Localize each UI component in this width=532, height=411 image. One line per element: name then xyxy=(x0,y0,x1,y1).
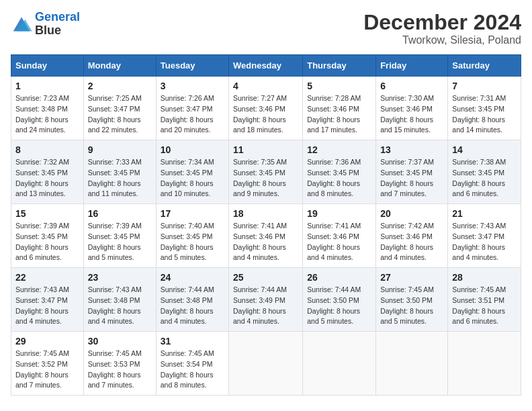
sunrise-text: Sunrise: 7:44 AM xyxy=(161,285,224,295)
day-number: 15 xyxy=(15,208,79,219)
daylight-text: Daylight: 8 hours and 4 minutes. xyxy=(15,306,79,328)
sunset-text: Sunset: 3:54 PM xyxy=(161,359,224,370)
day-detail: Sunrise: 7:23 AMSunset: 3:48 PMDaylight:… xyxy=(15,93,79,136)
calendar-subtitle: Tworkow, Silesia, Poland xyxy=(363,34,521,46)
calendar-cell: 26Sunrise: 7:44 AMSunset: 3:50 PMDayligh… xyxy=(303,268,376,332)
sunset-text: Sunset: 3:45 PM xyxy=(233,168,298,179)
day-detail: Sunrise: 7:39 AMSunset: 3:45 PMDaylight:… xyxy=(15,221,79,263)
sunset-text: Sunset: 3:45 PM xyxy=(452,168,517,179)
sunrise-text: Sunrise: 7:34 AM xyxy=(161,157,224,168)
day-detail: Sunrise: 7:44 AMSunset: 3:48 PMDaylight:… xyxy=(161,285,224,327)
calendar-cell: 25Sunrise: 7:44 AMSunset: 3:49 PMDayligh… xyxy=(229,268,303,332)
sunrise-text: Sunrise: 7:45 AM xyxy=(161,349,224,359)
day-detail: Sunrise: 7:30 AMSunset: 3:46 PMDaylight:… xyxy=(380,93,443,136)
column-header-wednesday: Wednesday xyxy=(229,55,303,77)
daylight-text: Daylight: 8 hours and 14 minutes. xyxy=(452,115,517,136)
daylight-text: Daylight: 8 hours and 7 minutes. xyxy=(15,370,79,392)
daylight-text: Daylight: 8 hours and 4 minutes. xyxy=(88,306,152,328)
logo-line1: General xyxy=(35,10,80,24)
sunset-text: Sunset: 3:46 PM xyxy=(233,232,298,242)
daylight-text: Daylight: 8 hours and 4 minutes. xyxy=(380,242,443,264)
sunrise-text: Sunrise: 7:42 AM xyxy=(380,221,443,232)
day-detail: Sunrise: 7:31 AMSunset: 3:45 PMDaylight:… xyxy=(452,93,517,136)
calendar-cell: 14Sunrise: 7:38 AMSunset: 3:45 PMDayligh… xyxy=(448,140,521,204)
calendar-cell xyxy=(448,332,521,396)
daylight-text: Daylight: 8 hours and 4 minutes. xyxy=(161,306,224,328)
daylight-text: Daylight: 8 hours and 5 minutes. xyxy=(88,242,152,264)
day-number: 10 xyxy=(161,144,224,155)
daylight-text: Daylight: 8 hours and 8 minutes. xyxy=(161,370,224,392)
day-number: 28 xyxy=(452,272,517,283)
page-header: General Blue December 2024 Tworkow, Sile… xyxy=(11,11,521,46)
sunrise-text: Sunrise: 7:43 AM xyxy=(15,285,79,295)
day-number: 27 xyxy=(380,272,443,283)
day-number: 9 xyxy=(88,144,152,155)
sunrise-text: Sunrise: 7:45 AM xyxy=(452,285,517,295)
day-number: 25 xyxy=(233,272,298,283)
title-block: December 2024 Tworkow, Silesia, Poland xyxy=(363,11,521,46)
day-detail: Sunrise: 7:41 AMSunset: 3:46 PMDaylight:… xyxy=(307,221,371,263)
day-number: 14 xyxy=(452,144,517,155)
day-detail: Sunrise: 7:43 AMSunset: 3:47 PMDaylight:… xyxy=(452,221,517,263)
daylight-text: Daylight: 8 hours and 5 minutes. xyxy=(307,306,371,328)
calendar-cell: 16Sunrise: 7:39 AMSunset: 3:45 PMDayligh… xyxy=(83,204,156,268)
day-detail: Sunrise: 7:45 AMSunset: 3:54 PMDaylight:… xyxy=(161,349,224,391)
calendar-cell: 15Sunrise: 7:39 AMSunset: 3:45 PMDayligh… xyxy=(11,204,84,268)
day-number: 1 xyxy=(15,81,79,91)
day-number: 3 xyxy=(161,81,224,91)
calendar-cell: 30Sunrise: 7:45 AMSunset: 3:53 PMDayligh… xyxy=(83,332,156,396)
day-detail: Sunrise: 7:28 AMSunset: 3:46 PMDaylight:… xyxy=(307,93,371,136)
day-detail: Sunrise: 7:32 AMSunset: 3:45 PMDaylight:… xyxy=(15,157,79,199)
daylight-text: Daylight: 8 hours and 13 minutes. xyxy=(15,179,79,200)
day-detail: Sunrise: 7:36 AMSunset: 3:45 PMDaylight:… xyxy=(307,157,371,199)
logo-icon xyxy=(11,15,32,34)
day-number: 20 xyxy=(380,208,443,219)
sunset-text: Sunset: 3:53 PM xyxy=(88,359,152,370)
calendar-cell: 18Sunrise: 7:41 AMSunset: 3:46 PMDayligh… xyxy=(229,204,303,268)
column-header-friday: Friday xyxy=(376,55,448,77)
calendar-cell: 11Sunrise: 7:35 AMSunset: 3:45 PMDayligh… xyxy=(229,140,303,204)
calendar-cell: 28Sunrise: 7:45 AMSunset: 3:51 PMDayligh… xyxy=(448,268,521,332)
sunrise-text: Sunrise: 7:37 AM xyxy=(380,157,443,168)
daylight-text: Daylight: 8 hours and 24 minutes. xyxy=(15,115,79,136)
sunrise-text: Sunrise: 7:35 AM xyxy=(233,157,298,168)
day-number: 24 xyxy=(161,272,224,283)
calendar-cell xyxy=(229,332,303,396)
sunset-text: Sunset: 3:45 PM xyxy=(88,168,152,179)
sunset-text: Sunset: 3:48 PM xyxy=(161,295,224,306)
sunrise-text: Sunrise: 7:33 AM xyxy=(88,157,152,168)
column-header-monday: Monday xyxy=(83,55,156,77)
day-number: 17 xyxy=(161,208,224,219)
day-number: 29 xyxy=(15,336,79,347)
day-detail: Sunrise: 7:33 AMSunset: 3:45 PMDaylight:… xyxy=(88,157,152,199)
daylight-text: Daylight: 8 hours and 6 minutes. xyxy=(452,306,517,328)
daylight-text: Daylight: 8 hours and 4 minutes. xyxy=(307,242,371,264)
day-detail: Sunrise: 7:27 AMSunset: 3:46 PMDaylight:… xyxy=(233,93,298,136)
logo-text: General Blue xyxy=(35,11,80,38)
day-number: 8 xyxy=(15,144,79,155)
sunrise-text: Sunrise: 7:45 AM xyxy=(15,349,79,359)
day-number: 13 xyxy=(380,144,443,155)
sunrise-text: Sunrise: 7:32 AM xyxy=(15,157,79,168)
sunset-text: Sunset: 3:48 PM xyxy=(88,295,152,306)
day-number: 21 xyxy=(452,208,517,219)
calendar-cell: 7Sunrise: 7:31 AMSunset: 3:45 PMDaylight… xyxy=(448,77,521,140)
sunset-text: Sunset: 3:47 PM xyxy=(161,104,224,115)
daylight-text: Daylight: 8 hours and 4 minutes. xyxy=(233,242,298,264)
daylight-text: Daylight: 8 hours and 5 minutes. xyxy=(161,242,224,264)
daylight-text: Daylight: 8 hours and 7 minutes. xyxy=(380,179,443,200)
sunset-text: Sunset: 3:50 PM xyxy=(307,295,371,306)
calendar-cell: 10Sunrise: 7:34 AMSunset: 3:45 PMDayligh… xyxy=(156,140,228,204)
sunset-text: Sunset: 3:45 PM xyxy=(161,168,224,179)
sunset-text: Sunset: 3:47 PM xyxy=(15,295,79,306)
sunset-text: Sunset: 3:45 PM xyxy=(380,168,443,179)
daylight-text: Daylight: 8 hours and 17 minutes. xyxy=(307,115,371,136)
sunrise-text: Sunrise: 7:45 AM xyxy=(88,349,152,359)
calendar-header: SundayMondayTuesdayWednesdayThursdayFrid… xyxy=(11,55,521,77)
sunrise-text: Sunrise: 7:31 AM xyxy=(452,93,517,104)
calendar-cell: 29Sunrise: 7:45 AMSunset: 3:52 PMDayligh… xyxy=(11,332,84,396)
day-number: 5 xyxy=(307,81,371,91)
day-detail: Sunrise: 7:45 AMSunset: 3:52 PMDaylight:… xyxy=(15,349,79,391)
sunrise-text: Sunrise: 7:40 AM xyxy=(161,221,224,232)
calendar-table: SundayMondayTuesdayWednesdayThursdayFrid… xyxy=(11,54,521,396)
